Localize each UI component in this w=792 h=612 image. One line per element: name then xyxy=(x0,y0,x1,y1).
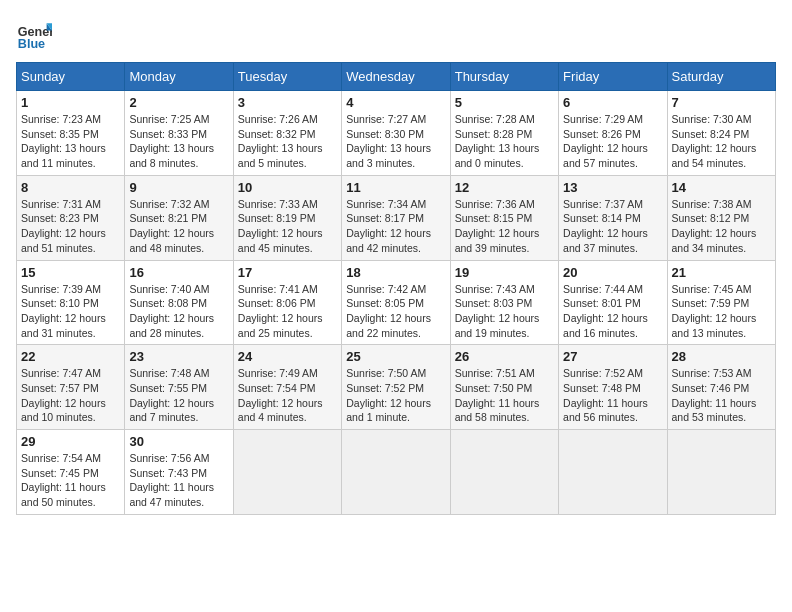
day-info: Sunrise: 7:43 AM Sunset: 8:03 PM Dayligh… xyxy=(455,282,554,341)
header-wednesday: Wednesday xyxy=(342,63,450,91)
calendar-day-cell: 15 Sunrise: 7:39 AM Sunset: 8:10 PM Dayl… xyxy=(17,260,125,345)
calendar-day-cell: 6 Sunrise: 7:29 AM Sunset: 8:26 PM Dayli… xyxy=(559,91,667,176)
empty-cell xyxy=(233,430,341,515)
day-number: 18 xyxy=(346,265,445,280)
day-info: Sunrise: 7:40 AM Sunset: 8:08 PM Dayligh… xyxy=(129,282,228,341)
day-number: 29 xyxy=(21,434,120,449)
calendar-day-cell: 28 Sunrise: 7:53 AM Sunset: 7:46 PM Dayl… xyxy=(667,345,775,430)
day-info: Sunrise: 7:42 AM Sunset: 8:05 PM Dayligh… xyxy=(346,282,445,341)
day-info: Sunrise: 7:23 AM Sunset: 8:35 PM Dayligh… xyxy=(21,112,120,171)
day-number: 5 xyxy=(455,95,554,110)
empty-cell xyxy=(450,430,558,515)
day-number: 13 xyxy=(563,180,662,195)
day-number: 27 xyxy=(563,349,662,364)
calendar-day-cell: 2 Sunrise: 7:25 AM Sunset: 8:33 PM Dayli… xyxy=(125,91,233,176)
day-info: Sunrise: 7:38 AM Sunset: 8:12 PM Dayligh… xyxy=(672,197,771,256)
calendar-day-cell: 8 Sunrise: 7:31 AM Sunset: 8:23 PM Dayli… xyxy=(17,175,125,260)
day-info: Sunrise: 7:48 AM Sunset: 7:55 PM Dayligh… xyxy=(129,366,228,425)
calendar-day-cell: 9 Sunrise: 7:32 AM Sunset: 8:21 PM Dayli… xyxy=(125,175,233,260)
day-info: Sunrise: 7:39 AM Sunset: 8:10 PM Dayligh… xyxy=(21,282,120,341)
day-info: Sunrise: 7:45 AM Sunset: 7:59 PM Dayligh… xyxy=(672,282,771,341)
day-info: Sunrise: 7:50 AM Sunset: 7:52 PM Dayligh… xyxy=(346,366,445,425)
day-info: Sunrise: 7:54 AM Sunset: 7:45 PM Dayligh… xyxy=(21,451,120,510)
calendar-day-cell: 26 Sunrise: 7:51 AM Sunset: 7:50 PM Dayl… xyxy=(450,345,558,430)
calendar-day-cell: 17 Sunrise: 7:41 AM Sunset: 8:06 PM Dayl… xyxy=(233,260,341,345)
day-number: 30 xyxy=(129,434,228,449)
header-monday: Monday xyxy=(125,63,233,91)
calendar-day-cell: 24 Sunrise: 7:49 AM Sunset: 7:54 PM Dayl… xyxy=(233,345,341,430)
calendar-day-cell: 7 Sunrise: 7:30 AM Sunset: 8:24 PM Dayli… xyxy=(667,91,775,176)
calendar-day-cell: 30 Sunrise: 7:56 AM Sunset: 7:43 PM Dayl… xyxy=(125,430,233,515)
calendar-day-cell: 23 Sunrise: 7:48 AM Sunset: 7:55 PM Dayl… xyxy=(125,345,233,430)
calendar-day-cell: 11 Sunrise: 7:34 AM Sunset: 8:17 PM Dayl… xyxy=(342,175,450,260)
day-info: Sunrise: 7:47 AM Sunset: 7:57 PM Dayligh… xyxy=(21,366,120,425)
calendar-day-cell: 3 Sunrise: 7:26 AM Sunset: 8:32 PM Dayli… xyxy=(233,91,341,176)
calendar-day-cell: 4 Sunrise: 7:27 AM Sunset: 8:30 PM Dayli… xyxy=(342,91,450,176)
day-number: 6 xyxy=(563,95,662,110)
day-number: 4 xyxy=(346,95,445,110)
day-info: Sunrise: 7:31 AM Sunset: 8:23 PM Dayligh… xyxy=(21,197,120,256)
day-info: Sunrise: 7:29 AM Sunset: 8:26 PM Dayligh… xyxy=(563,112,662,171)
day-number: 24 xyxy=(238,349,337,364)
header-sunday: Sunday xyxy=(17,63,125,91)
day-info: Sunrise: 7:25 AM Sunset: 8:33 PM Dayligh… xyxy=(129,112,228,171)
day-number: 8 xyxy=(21,180,120,195)
calendar-day-cell: 20 Sunrise: 7:44 AM Sunset: 8:01 PM Dayl… xyxy=(559,260,667,345)
calendar-day-cell: 25 Sunrise: 7:50 AM Sunset: 7:52 PM Dayl… xyxy=(342,345,450,430)
header-tuesday: Tuesday xyxy=(233,63,341,91)
day-number: 10 xyxy=(238,180,337,195)
day-info: Sunrise: 7:28 AM Sunset: 8:28 PM Dayligh… xyxy=(455,112,554,171)
day-number: 19 xyxy=(455,265,554,280)
day-number: 26 xyxy=(455,349,554,364)
day-number: 11 xyxy=(346,180,445,195)
day-info: Sunrise: 7:34 AM Sunset: 8:17 PM Dayligh… xyxy=(346,197,445,256)
calendar-day-cell: 14 Sunrise: 7:38 AM Sunset: 8:12 PM Dayl… xyxy=(667,175,775,260)
logo: General Blue xyxy=(16,16,52,52)
calendar-day-cell: 21 Sunrise: 7:45 AM Sunset: 7:59 PM Dayl… xyxy=(667,260,775,345)
day-info: Sunrise: 7:56 AM Sunset: 7:43 PM Dayligh… xyxy=(129,451,228,510)
calendar-week-row: 1 Sunrise: 7:23 AM Sunset: 8:35 PM Dayli… xyxy=(17,91,776,176)
day-number: 12 xyxy=(455,180,554,195)
day-number: 14 xyxy=(672,180,771,195)
calendar-day-cell: 29 Sunrise: 7:54 AM Sunset: 7:45 PM Dayl… xyxy=(17,430,125,515)
day-number: 9 xyxy=(129,180,228,195)
svg-text:Blue: Blue xyxy=(18,37,45,51)
day-number: 25 xyxy=(346,349,445,364)
calendar-table: Sunday Monday Tuesday Wednesday Thursday… xyxy=(16,62,776,515)
day-info: Sunrise: 7:33 AM Sunset: 8:19 PM Dayligh… xyxy=(238,197,337,256)
day-number: 7 xyxy=(672,95,771,110)
day-number: 20 xyxy=(563,265,662,280)
day-info: Sunrise: 7:27 AM Sunset: 8:30 PM Dayligh… xyxy=(346,112,445,171)
day-info: Sunrise: 7:53 AM Sunset: 7:46 PM Dayligh… xyxy=(672,366,771,425)
calendar-day-cell: 27 Sunrise: 7:52 AM Sunset: 7:48 PM Dayl… xyxy=(559,345,667,430)
day-info: Sunrise: 7:26 AM Sunset: 8:32 PM Dayligh… xyxy=(238,112,337,171)
logo-icon: General Blue xyxy=(16,16,52,52)
day-info: Sunrise: 7:49 AM Sunset: 7:54 PM Dayligh… xyxy=(238,366,337,425)
calendar-day-cell: 13 Sunrise: 7:37 AM Sunset: 8:14 PM Dayl… xyxy=(559,175,667,260)
empty-cell xyxy=(667,430,775,515)
day-number: 3 xyxy=(238,95,337,110)
day-number: 28 xyxy=(672,349,771,364)
empty-cell xyxy=(559,430,667,515)
day-info: Sunrise: 7:36 AM Sunset: 8:15 PM Dayligh… xyxy=(455,197,554,256)
day-number: 21 xyxy=(672,265,771,280)
day-number: 1 xyxy=(21,95,120,110)
header-saturday: Saturday xyxy=(667,63,775,91)
calendar-day-cell: 1 Sunrise: 7:23 AM Sunset: 8:35 PM Dayli… xyxy=(17,91,125,176)
calendar-week-row: 29 Sunrise: 7:54 AM Sunset: 7:45 PM Dayl… xyxy=(17,430,776,515)
calendar-week-row: 22 Sunrise: 7:47 AM Sunset: 7:57 PM Dayl… xyxy=(17,345,776,430)
header-friday: Friday xyxy=(559,63,667,91)
day-number: 2 xyxy=(129,95,228,110)
weekday-header-row: Sunday Monday Tuesday Wednesday Thursday… xyxy=(17,63,776,91)
day-number: 22 xyxy=(21,349,120,364)
day-info: Sunrise: 7:37 AM Sunset: 8:14 PM Dayligh… xyxy=(563,197,662,256)
day-number: 23 xyxy=(129,349,228,364)
day-info: Sunrise: 7:52 AM Sunset: 7:48 PM Dayligh… xyxy=(563,366,662,425)
calendar-week-row: 15 Sunrise: 7:39 AM Sunset: 8:10 PM Dayl… xyxy=(17,260,776,345)
calendar-week-row: 8 Sunrise: 7:31 AM Sunset: 8:23 PM Dayli… xyxy=(17,175,776,260)
day-info: Sunrise: 7:51 AM Sunset: 7:50 PM Dayligh… xyxy=(455,366,554,425)
calendar-day-cell: 5 Sunrise: 7:28 AM Sunset: 8:28 PM Dayli… xyxy=(450,91,558,176)
day-number: 15 xyxy=(21,265,120,280)
day-info: Sunrise: 7:32 AM Sunset: 8:21 PM Dayligh… xyxy=(129,197,228,256)
day-info: Sunrise: 7:44 AM Sunset: 8:01 PM Dayligh… xyxy=(563,282,662,341)
